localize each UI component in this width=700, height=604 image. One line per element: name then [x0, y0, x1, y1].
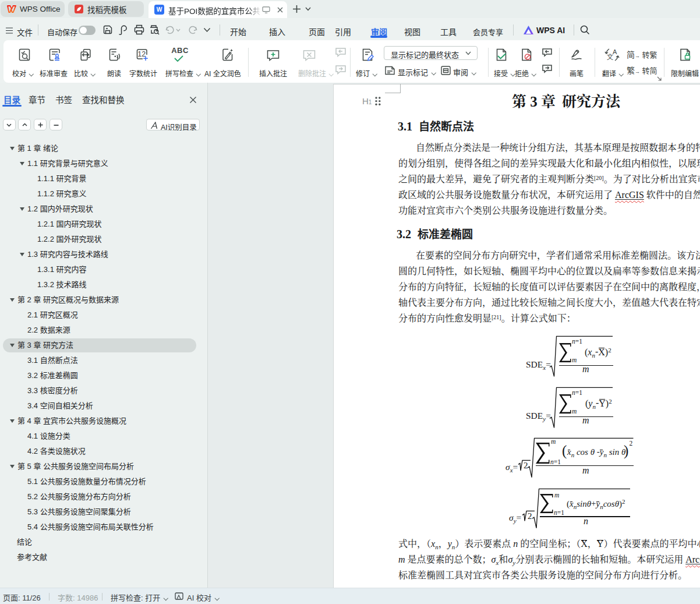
svg-text:W: W	[157, 6, 162, 13]
svg-text:12: 12	[137, 50, 146, 58]
svg-text:A: A	[613, 48, 617, 55]
